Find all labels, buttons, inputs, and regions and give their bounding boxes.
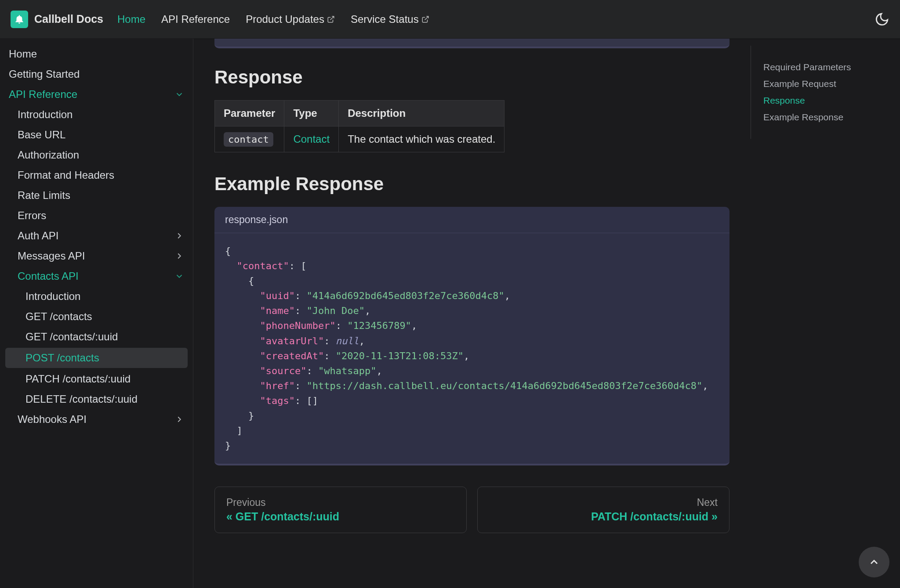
nav-product-updates[interactable]: Product Updates xyxy=(246,13,335,25)
th-description: Description xyxy=(339,101,504,126)
example-response-heading: Example Response xyxy=(214,173,729,195)
sidebar-item-delete-contacts[interactable]: DELETE /contacts/:uuid xyxy=(0,389,193,409)
sidebar-item-contacts-api[interactable]: Contacts API xyxy=(0,266,193,286)
scroll-to-top-button[interactable] xyxy=(859,547,889,577)
toc-response[interactable]: Response xyxy=(763,92,888,109)
code-content: { "contact": [ { "uuid": "414a6d692bd645… xyxy=(214,233,729,464)
sidebar-item-rate-limits[interactable]: Rate Limits xyxy=(0,185,193,206)
prev-page-link[interactable]: Previous « GET /contacts/:uuid xyxy=(214,487,467,533)
nav-product-updates-label: Product Updates xyxy=(246,13,324,25)
previous-code-block-edge xyxy=(214,39,729,48)
sidebar-item-errors[interactable]: Errors xyxy=(0,206,193,226)
toc-example-request[interactable]: Example Request xyxy=(763,76,888,92)
sidebar-item-post-contacts[interactable]: POST /contacts xyxy=(5,348,188,368)
logo[interactable] xyxy=(11,11,28,28)
main-content: Response Parameter Type Description cont… xyxy=(193,39,751,588)
header: Callbell Docs Home API Reference Product… xyxy=(0,0,900,39)
sidebar-item-home[interactable]: Home xyxy=(0,44,193,64)
param-description: The contact which was created. xyxy=(339,126,504,152)
sidebar-item-format-headers[interactable]: Format and Headers xyxy=(0,165,193,185)
chevron-right-icon xyxy=(174,251,184,261)
chevron-right-icon xyxy=(174,415,184,424)
sidebar-item-auth-api[interactable]: Auth API xyxy=(0,226,193,246)
table-row: contact Contact The contact which was cr… xyxy=(215,126,504,152)
bell-icon xyxy=(14,14,25,25)
sidebar: Home Getting Started API Reference Intro… xyxy=(0,39,193,588)
external-link-icon xyxy=(421,15,429,23)
sidebar-item-label: Auth API xyxy=(18,230,58,242)
pagination: Previous « GET /contacts/:uuid Next PATC… xyxy=(214,487,729,533)
sidebar-item-getting-started[interactable]: Getting Started xyxy=(0,64,193,84)
sidebar-item-get-contacts[interactable]: GET /contacts xyxy=(0,307,193,327)
sidebar-item-label: Contacts API xyxy=(18,270,79,282)
sidebar-item-authorization[interactable]: Authorization xyxy=(0,145,193,165)
chevron-down-icon xyxy=(174,90,184,99)
sidebar-item-label: Messages API xyxy=(18,250,85,262)
next-title: PATCH /contacts/:uuid » xyxy=(489,510,718,523)
sidebar-item-get-contacts-uuid[interactable]: GET /contacts/:uuid xyxy=(0,327,193,347)
nav-service-status[interactable]: Service Status xyxy=(351,13,429,25)
next-label: Next xyxy=(489,497,718,509)
sidebar-item-contacts-intro[interactable]: Introduction xyxy=(0,286,193,307)
chevron-down-icon xyxy=(174,271,184,281)
sidebar-item-introduction[interactable]: Introduction xyxy=(0,105,193,125)
code-block-title: response.json xyxy=(214,207,729,233)
type-link[interactable]: Contact xyxy=(293,133,330,145)
sidebar-item-label: Webhooks API xyxy=(18,413,87,426)
nav-service-status-label: Service Status xyxy=(351,13,419,25)
sidebar-item-api-reference[interactable]: API Reference xyxy=(0,84,193,105)
prev-label: Previous xyxy=(226,497,455,509)
next-page-link[interactable]: Next PATCH /contacts/:uuid » xyxy=(477,487,729,533)
sidebar-item-base-url[interactable]: Base URL xyxy=(0,125,193,145)
sidebar-item-messages-api[interactable]: Messages API xyxy=(0,246,193,266)
nav-home[interactable]: Home xyxy=(117,13,145,25)
table-of-contents: Required Parameters Example Request Resp… xyxy=(751,46,900,139)
th-type: Type xyxy=(284,101,339,126)
response-heading: Response xyxy=(214,67,729,88)
chevron-right-icon xyxy=(174,231,184,241)
toc-required-parameters[interactable]: Required Parameters xyxy=(763,59,888,76)
chevron-up-icon xyxy=(868,556,880,568)
sidebar-item-webhooks-api[interactable]: Webhooks API xyxy=(0,409,193,429)
theme-toggle-button[interactable] xyxy=(875,12,889,27)
nav-api-reference[interactable]: API Reference xyxy=(161,13,230,25)
toc-example-response[interactable]: Example Response xyxy=(763,109,888,126)
param-name: contact xyxy=(224,132,273,147)
external-link-icon xyxy=(327,15,335,23)
th-parameter: Parameter xyxy=(215,101,284,126)
top-nav: Home API Reference Product Updates Servi… xyxy=(117,13,429,25)
brand-title: Callbell Docs xyxy=(34,13,103,25)
prev-title: « GET /contacts/:uuid xyxy=(226,510,455,523)
code-block: response.json { "contact": [ { "uuid": "… xyxy=(214,207,729,465)
moon-icon xyxy=(875,12,889,27)
sidebar-item-patch-contacts[interactable]: PATCH /contacts/:uuid xyxy=(0,369,193,389)
response-table: Parameter Type Description contact Conta… xyxy=(214,100,504,152)
sidebar-item-label: API Reference xyxy=(9,88,77,101)
